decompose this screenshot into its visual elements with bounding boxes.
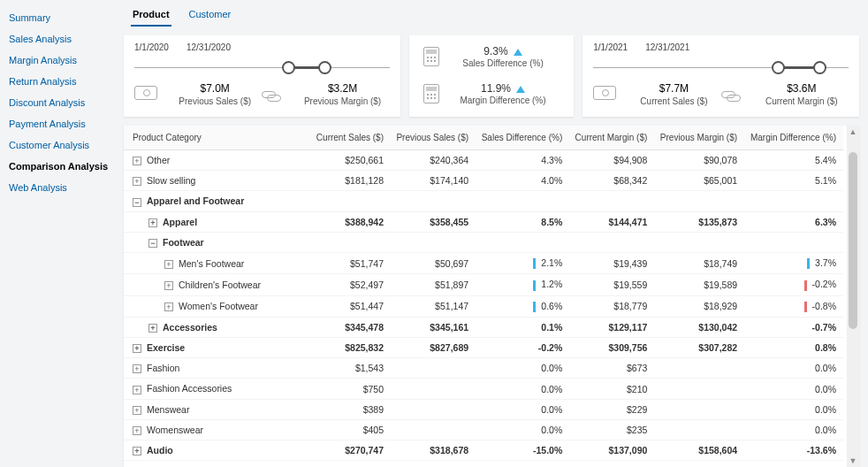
cell: 8.5% (476, 211, 569, 232)
prev-date-slider[interactable] (134, 57, 390, 79)
sidebar-item-payment-analysis[interactable]: Payment Analysis (0, 113, 124, 134)
prev-sales-stat: $7.0M Previous Sales ($) (134, 82, 262, 106)
sidebar: SummarySales AnalysisMargin AnalysisRetu… (0, 0, 124, 467)
cell: $1,543 (311, 358, 391, 379)
cell: $19,439 (569, 253, 654, 274)
table-scroll-area[interactable]: Product CategoryCurrent Sales ($)Previou… (124, 126, 847, 467)
col-header[interactable]: Previous Sales ($) (391, 126, 476, 150)
cell: $181,128 (311, 171, 391, 191)
cell (391, 232, 476, 252)
expand-icon[interactable]: + (133, 364, 141, 373)
table-row: +Other$250,661$240,3644.3%$94,908$90,078… (124, 150, 843, 171)
sales-diff-value: 9.3% (483, 45, 507, 57)
scroll-down-icon[interactable]: ▼ (847, 456, 859, 465)
scrollbar-thumb[interactable] (849, 152, 857, 329)
money-icon (134, 86, 157, 100)
cell: $129,117 (569, 317, 654, 337)
cell: $389 (311, 399, 391, 419)
collapse-icon[interactable]: − (148, 239, 157, 248)
expand-icon[interactable]: + (133, 447, 141, 456)
slider-handle[interactable] (772, 61, 785, 74)
sidebar-item-comparison-analysis[interactable]: Comparison Analysis (0, 156, 124, 177)
cell: $18,929 (654, 295, 744, 317)
row-label: +Other (124, 150, 311, 171)
col-header[interactable]: Previous Margin ($) (654, 126, 744, 150)
expand-icon[interactable]: + (133, 177, 141, 186)
col-header[interactable]: Current Sales ($) (311, 126, 391, 150)
card-difference: 9.3% Sales Difference (%) 11.9% Margin D… (409, 35, 574, 117)
sidebar-item-discount-analysis[interactable]: Discount Analysis (0, 92, 124, 113)
table-row: +Men's Footwear$51,747$50,6972.1%$19,439… (124, 253, 843, 274)
expand-icon[interactable]: + (164, 281, 173, 290)
sidebar-item-sales-analysis[interactable]: Sales Analysis (0, 28, 124, 50)
tabs: ProductCustomer (124, 4, 859, 28)
cell: $94,908 (569, 150, 654, 171)
table-row: +Fashion Accessories$7500.0%$2100.0% (124, 379, 843, 399)
cell: 0.0% (744, 419, 843, 440)
cell (569, 232, 654, 252)
cell (311, 232, 391, 252)
cell: -0.7% (744, 317, 843, 337)
prev-margin-label: Previous Margin ($) (295, 96, 389, 106)
expand-icon[interactable]: + (133, 344, 141, 353)
curr-margin-stat: $3.6M Current Margin ($) (721, 82, 849, 106)
comparison-table: Product CategoryCurrent Sales ($)Previou… (124, 126, 843, 461)
calculator-icon (423, 47, 439, 66)
sidebar-item-customer-analysis[interactable]: Customer Analysis (0, 134, 124, 156)
cell: $250,661 (311, 150, 391, 171)
cell: $358,455 (391, 211, 476, 232)
scroll-up-icon[interactable]: ▲ (847, 127, 859, 136)
row-label: +Men's Footwear (124, 253, 311, 274)
col-header[interactable]: Current Margin ($) (569, 126, 654, 150)
col-header[interactable]: Product Category (124, 126, 311, 150)
row-label: +Children's Footwear (124, 274, 311, 295)
slider-handle[interactable] (813, 61, 826, 74)
cell (391, 399, 476, 419)
curr-date-slider[interactable] (593, 57, 849, 79)
cell: 0.0% (476, 399, 569, 419)
cell: 0.1% (476, 317, 569, 337)
card-previous-period: 1/1/2020 12/31/2020 $7.0M Previous Sales… (124, 35, 400, 117)
sidebar-item-summary[interactable]: Summary (0, 7, 124, 28)
table-row: +Apparel$388,942$358,4558.5%$144,471$135… (124, 211, 843, 232)
expand-icon[interactable]: + (133, 157, 141, 165)
cell (654, 358, 744, 379)
prev-margin-stat: $3.2M Previous Margin ($) (262, 82, 389, 106)
expand-icon[interactable]: + (133, 426, 141, 435)
cell: $51,897 (391, 274, 476, 295)
sidebar-item-margin-analysis[interactable]: Margin Analysis (0, 50, 124, 71)
cell: 5.4% (744, 150, 843, 171)
expand-icon[interactable]: + (148, 218, 157, 227)
expand-icon[interactable]: + (148, 324, 157, 333)
cell: $90,078 (654, 150, 744, 171)
arrow-up-icon (516, 86, 525, 93)
cell: 0.6% (476, 295, 569, 317)
slider-handle[interactable] (282, 61, 295, 74)
col-header[interactable]: Sales Difference (%) (476, 126, 569, 150)
expand-icon[interactable]: + (164, 302, 173, 311)
spark-bar-icon (804, 280, 807, 291)
col-header[interactable]: Margin Difference (%) (744, 126, 843, 150)
collapse-icon[interactable]: − (133, 198, 141, 207)
tab-customer[interactable]: Customer (187, 4, 233, 27)
slider-handle[interactable] (318, 61, 331, 74)
table-row: +Menswear$3890.0%$2290.0% (124, 399, 843, 419)
kpi-row: 1/1/2020 12/31/2020 $7.0M Previous Sales… (124, 35, 859, 117)
tab-product[interactable]: Product (131, 4, 171, 27)
row-label: +Women's Footwear (124, 295, 311, 317)
expand-icon[interactable]: + (164, 260, 173, 269)
cell: -0.8% (744, 295, 843, 317)
sidebar-item-web-analysis[interactable]: Web Analysis (0, 177, 124, 198)
expand-icon[interactable]: + (133, 406, 141, 415)
cell: $144,471 (569, 211, 654, 232)
row-label: +Slow selling (124, 171, 311, 191)
expand-icon[interactable]: + (133, 386, 141, 394)
cell: $827,689 (391, 337, 476, 357)
cell (391, 358, 476, 379)
curr-start-date: 1/1/2021 (593, 42, 628, 52)
sidebar-item-return-analysis[interactable]: Return Analysis (0, 71, 124, 92)
cell: $19,589 (654, 274, 744, 295)
scrollbar[interactable]: ▲ ▼ (847, 126, 859, 467)
margin-diff-value: 11.9% (481, 82, 511, 95)
cell (744, 232, 843, 252)
